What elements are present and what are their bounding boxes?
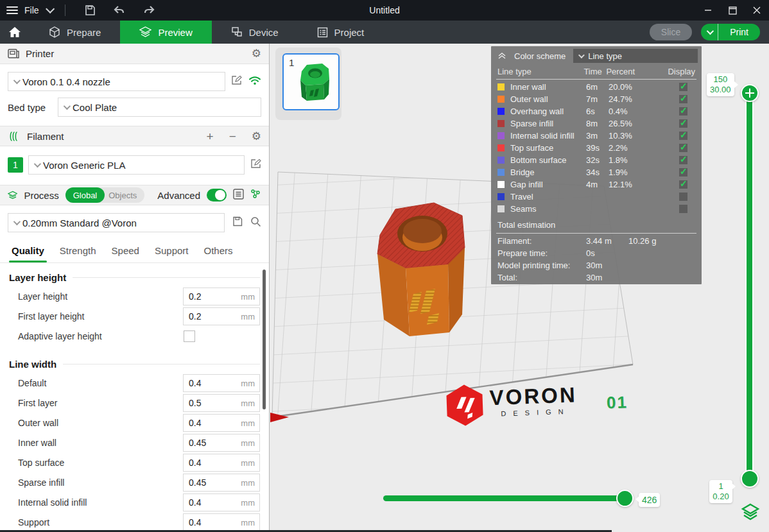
layer-slider-track[interactable] [747, 94, 752, 479]
layer-slider-bottom-handle[interactable] [741, 470, 759, 488]
sliced-model[interactable] [367, 196, 475, 341]
tab-others[interactable]: Others [196, 240, 241, 262]
chevron-down-icon [13, 218, 21, 225]
legend-row: Bottom surface32s1.8% [491, 154, 702, 166]
param-label: First layer [18, 398, 183, 408]
home-button[interactable] [0, 21, 30, 44]
default-line-width-input[interactable]: mm [183, 374, 260, 392]
undo-button[interactable] [112, 3, 126, 17]
minimize-button[interactable] [696, 0, 720, 21]
printer-settings-gear-icon[interactable]: ⚙ [252, 48, 261, 59]
tab-quality[interactable]: Quality [4, 240, 52, 262]
plate-logo: VORON DESIGN [444, 380, 578, 427]
plate-thumbnail-number: 1 [289, 57, 294, 68]
display-checkbox[interactable] [679, 180, 687, 189]
parameter-list-icon[interactable] [233, 189, 244, 202]
sparse-infill-line-width-input[interactable]: mm [183, 474, 260, 492]
color-scheme-label: Color scheme [514, 51, 566, 61]
layer-height-section-title: Layer height [9, 272, 66, 283]
process-preset-select[interactable]: 0.20mm Standard @Voron [8, 213, 225, 232]
plate-logo-subtitle: DESIGN [497, 408, 571, 418]
filament-preset-select[interactable]: Voron Generic PLA [28, 155, 245, 175]
legend-row: Sparse infill8m26.5% [491, 117, 702, 130]
scope-objects-button[interactable]: Objects [105, 191, 144, 200]
prepare-cube-icon [49, 26, 60, 38]
remove-filament-button[interactable]: − [229, 130, 236, 142]
process-section-title: Process [24, 190, 58, 201]
plate-thumbnail[interactable]: 1 [282, 53, 340, 110]
preview-layers-icon [139, 26, 151, 38]
sidebar-scrollbar[interactable] [263, 270, 266, 409]
tab-preview[interactable]: Preview [120, 21, 211, 44]
display-checkbox[interactable] [679, 107, 687, 116]
bed-type-select[interactable]: Cool Plate [58, 98, 261, 117]
estimation-row: Filament:3.44 m10.26 g [491, 235, 702, 247]
advanced-toggle[interactable] [207, 189, 227, 202]
print-button[interactable]: Print [718, 27, 760, 37]
file-menu[interactable]: File [24, 5, 39, 15]
param-label: Support [18, 517, 183, 528]
close-button[interactable] [745, 0, 769, 21]
filament-section-header: Filament + − ⚙ [0, 126, 269, 146]
tab-device[interactable]: Device [212, 21, 298, 44]
display-checkbox[interactable] [679, 156, 687, 164]
parameter-tune-icon[interactable] [250, 189, 261, 202]
display-checkbox[interactable] [679, 119, 687, 128]
line-type-swatch [497, 108, 505, 115]
menu-icon[interactable] [6, 6, 18, 14]
device-icon [231, 26, 243, 38]
display-checkbox[interactable] [679, 95, 687, 103]
layer-slider-top-handle[interactable] [741, 84, 759, 102]
adaptive-layer-height-checkbox[interactable] [184, 330, 195, 342]
save-button[interactable] [83, 3, 97, 17]
line-type-swatch [497, 157, 505, 164]
top-surface-line-width-input[interactable]: mm [183, 454, 260, 472]
redo-button[interactable] [142, 3, 156, 17]
tab-prepare[interactable]: Prepare [30, 21, 120, 44]
legend-row: Bridge34s1.9% [491, 166, 702, 178]
display-checkbox[interactable] [679, 168, 687, 176]
filament-slot-badge[interactable]: 1 [8, 157, 23, 173]
layer-slider-bottom-tooltip: 1 0.20 [709, 480, 732, 503]
file-menu-chevron-down-icon[interactable] [46, 4, 55, 13]
display-checkbox[interactable] [679, 193, 687, 201]
tab-project[interactable]: Project [298, 21, 384, 44]
slice-button[interactable]: Slice [650, 24, 692, 40]
legend-row: Gap infill4m12.1% [491, 178, 702, 191]
layers-view-icon[interactable] [739, 501, 761, 522]
printer-connection-wifi-icon[interactable] [248, 76, 261, 88]
preview-3d-viewport[interactable]: VORON DESIGN 01 1 [270, 44, 769, 532]
legend-row: Overhang wall6s0.4% [491, 105, 702, 117]
printer-edit-icon[interactable] [232, 75, 242, 88]
tab-strength[interactable]: Strength [52, 240, 104, 262]
support-line-width-input[interactable]: mm [183, 513, 260, 531]
color-scheme-select[interactable]: Line type [573, 49, 698, 63]
search-icon[interactable] [250, 216, 261, 230]
first-layer-height-input[interactable]: mm [183, 307, 260, 325]
printer-preset-select[interactable]: Voron 0.1 0.4 nozzle [8, 72, 225, 91]
first-layer-line-width-input[interactable]: mm [183, 394, 260, 412]
printer-icon [8, 49, 19, 59]
collapse-panel-icon[interactable] [497, 52, 506, 60]
outer-wall-line-width-input[interactable]: mm [183, 414, 260, 432]
add-filament-button[interactable]: + [207, 130, 214, 142]
inner-wall-line-width-input[interactable]: mm [183, 434, 260, 452]
step-slider-handle[interactable] [616, 490, 634, 507]
step-slider-track[interactable] [383, 495, 633, 501]
line-type-swatch [497, 96, 505, 103]
display-checkbox[interactable] [679, 205, 687, 213]
save-preset-icon[interactable] [232, 216, 243, 229]
tab-support[interactable]: Support [147, 240, 196, 262]
layer-height-input[interactable]: mm [183, 287, 260, 305]
legend-row: Seams [491, 203, 702, 215]
tab-speed[interactable]: Speed [104, 240, 147, 262]
scope-global-button[interactable]: Global [65, 187, 105, 203]
filament-edit-icon[interactable] [251, 159, 261, 171]
filament-settings-gear-icon[interactable]: ⚙ [252, 131, 261, 142]
maximize-button[interactable] [720, 0, 745, 21]
display-checkbox[interactable] [679, 83, 687, 91]
print-dropdown-chevron-icon[interactable] [701, 24, 718, 40]
display-checkbox[interactable] [679, 132, 687, 140]
internal-solid-infill-line-width-input[interactable]: mm [183, 493, 260, 511]
display-checkbox[interactable] [679, 144, 687, 152]
